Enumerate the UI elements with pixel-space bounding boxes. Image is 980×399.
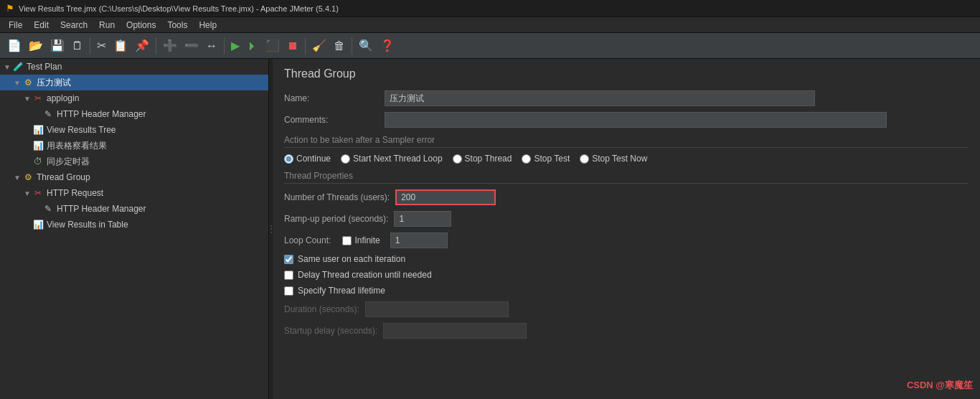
tree-item-thread-group[interactable]: ▼ ⚙ Thread Group: [0, 169, 268, 185]
specify-lifetime-checkbox[interactable]: [284, 286, 293, 296]
icon-table-results: 📊: [32, 139, 44, 152]
menu-help[interactable]: Help: [193, 19, 222, 32]
cut-button[interactable]: ✂: [94, 37, 109, 55]
arrow-yalice: ▼: [13, 79, 22, 87]
watermark: CSDN @寒魔笙: [907, 379, 973, 392]
rampup-row: Ramp-up period (seconds):: [284, 211, 969, 227]
tree-item-table-results[interactable]: 📊 用表格察看结果: [0, 138, 268, 154]
right-panel: Thread Group Name: Comments: Action to b…: [273, 59, 980, 399]
left-panel: ▼ 🧪 Test Plan ▼ ⚙ 压力测试 ▼ ✂ applogin ✎ HT…: [0, 59, 269, 399]
label-http-header-2: HTTP Header Manager: [57, 204, 146, 214]
icon-yalice: ⚙: [22, 76, 34, 89]
arrow-applogin: ▼: [23, 95, 32, 103]
expand-button[interactable]: ➕: [160, 37, 180, 55]
tree-item-http-request[interactable]: ▼ ✂ HTTP Request: [0, 185, 268, 201]
action-section-header: Action to be taken after a Sampler error: [284, 135, 969, 148]
delay-thread-checkbox[interactable]: [284, 271, 293, 280]
icon-http-header-1: ✎: [42, 108, 55, 121]
tree-item-test-plan[interactable]: ▼ 🧪 Test Plan: [0, 59, 268, 75]
app-icon: ⚑: [6, 3, 14, 14]
menu-file[interactable]: File: [3, 19, 28, 32]
stop-button[interactable]: ⬛: [263, 37, 283, 55]
threads-label: Number of Threads (users):: [284, 192, 390, 202]
icon-test-plan: 🧪: [11, 60, 24, 73]
menu-edit[interactable]: Edit: [28, 19, 55, 32]
label-applogin: applogin: [47, 93, 79, 103]
start-button[interactable]: ▶: [228, 37, 242, 55]
duration-row: Duration (seconds):: [284, 301, 969, 317]
infinite-checkbox-label[interactable]: Infinite: [342, 235, 380, 245]
label-table-results: 用表格察看结果: [47, 140, 107, 152]
delay-thread-label: Delay Thread creation until needed: [298, 270, 432, 280]
toggle-button[interactable]: ↔: [203, 37, 220, 55]
label-thread-group: Thread Group: [37, 172, 90, 182]
collapse-button[interactable]: ➖: [182, 37, 202, 55]
same-user-row: Same user on each iteration: [284, 254, 969, 264]
name-row: Name:: [284, 90, 969, 106]
tree-item-http-header-1[interactable]: ✎ HTTP Header Manager: [0, 106, 268, 122]
radio-stop-test-now[interactable]: Stop Test Now: [580, 154, 647, 164]
name-input[interactable]: [385, 90, 815, 106]
clear-all-button[interactable]: 🗑: [331, 37, 348, 55]
tree-item-view-results-tree[interactable]: 📊 View Results Tree: [0, 122, 268, 138]
menu-tools[interactable]: Tools: [161, 19, 193, 32]
radio-stop-test[interactable]: Stop Test: [522, 154, 570, 164]
tree-item-view-table[interactable]: 📊 View Results in Table: [0, 217, 268, 233]
menu-run[interactable]: Run: [93, 19, 121, 32]
rampup-input[interactable]: [394, 211, 451, 227]
tree-item-http-header-2[interactable]: ✎ HTTP Header Manager: [0, 201, 268, 217]
sep1: [90, 37, 90, 55]
radio-stop-thread[interactable]: Stop Thread: [453, 154, 512, 164]
startup-delay-label: Startup delay (seconds):: [284, 326, 377, 336]
loop-row: Loop Count: Infinite: [284, 233, 969, 248]
arrow-http-request: ▼: [23, 189, 32, 197]
title-text: View Results Tree.jmx (C:\Users\sj\Deskt…: [19, 4, 339, 13]
radio-start-next[interactable]: Start Next Thread Loop: [341, 154, 443, 164]
sep4: [305, 37, 306, 55]
sep3: [224, 37, 225, 55]
icon-timer: ⏱: [32, 155, 44, 168]
startup-delay-input: [383, 323, 527, 339]
copy-button[interactable]: 📋: [110, 37, 131, 55]
title-bar: ⚑ View Results Tree.jmx (C:\Users\sj\Des…: [0, 0, 980, 17]
save-as-button[interactable]: 🗒: [69, 37, 86, 55]
icon-http-header-2: ✎: [42, 202, 55, 215]
startup-delay-row: Startup delay (seconds):: [284, 323, 969, 339]
tree-item-timer[interactable]: ⏱ 同步定时器: [0, 154, 268, 169]
search-button[interactable]: 🔍: [356, 37, 376, 55]
main-layout: ▼ 🧪 Test Plan ▼ ⚙ 压力测试 ▼ ✂ applogin ✎ HT…: [0, 59, 980, 399]
loop-input[interactable]: [390, 233, 448, 248]
icon-vrt: 📊: [32, 123, 44, 136]
radio-continue[interactable]: Continue: [284, 154, 331, 164]
same-user-label: Same user on each iteration: [298, 254, 405, 264]
paste-button[interactable]: 📌: [132, 37, 152, 55]
open-button[interactable]: 📂: [26, 37, 46, 55]
threads-input[interactable]: [395, 189, 496, 205]
label-timer: 同步定时器: [47, 156, 90, 168]
delay-thread-row: Delay Thread creation until needed: [284, 270, 969, 280]
tree-item-yalice[interactable]: ▼ ⚙ 压力测试: [0, 75, 268, 90]
comments-input[interactable]: [385, 112, 887, 128]
toolbar: 📄 📂 💾 🗒 ✂ 📋 📌 ➕ ➖ ↔ ▶ ⏵ ⬛ ⏹ 🧹 🗑 🔍 ❓: [0, 33, 980, 59]
duration-label: Duration (seconds):: [284, 304, 359, 314]
label-view-table: View Results in Table: [47, 220, 128, 230]
infinite-label: Infinite: [354, 235, 380, 245]
label-http-request: HTTP Request: [47, 188, 103, 198]
menu-options[interactable]: Options: [121, 19, 161, 32]
thread-props-header: Thread Properties: [284, 171, 969, 184]
icon-applogin: ✂: [32, 92, 44, 105]
same-user-checkbox[interactable]: [284, 255, 293, 264]
help-button[interactable]: ❓: [377, 37, 397, 55]
save-button[interactable]: 💾: [47, 37, 67, 55]
tree-item-applogin[interactable]: ▼ ✂ applogin: [0, 90, 268, 106]
new-button[interactable]: 📄: [4, 37, 24, 55]
specify-lifetime-row: Specify Thread lifetime: [284, 286, 969, 296]
sep2: [156, 37, 156, 55]
arrow-thread-group: ▼: [13, 174, 22, 182]
rampup-label: Ramp-up period (seconds):: [284, 214, 388, 224]
menu-search[interactable]: Search: [55, 19, 93, 32]
shutdown-button[interactable]: ⏹: [284, 37, 301, 55]
clear-button[interactable]: 🧹: [309, 37, 329, 55]
start-no-pause-button[interactable]: ⏵: [244, 37, 261, 55]
infinite-checkbox[interactable]: [342, 236, 352, 245]
